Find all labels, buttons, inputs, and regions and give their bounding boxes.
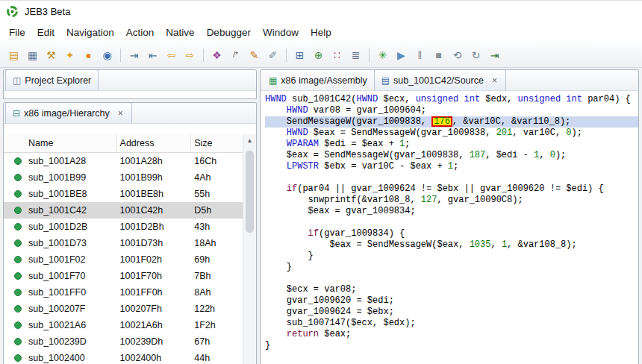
function-address: 10021A6h	[117, 320, 192, 330]
refresh-icon[interactable]: ↻	[467, 46, 484, 63]
cross-references-icon[interactable]: ❖	[208, 46, 225, 63]
function-size: 1F2h	[191, 320, 243, 330]
sort-icon[interactable]: ≣	[347, 46, 364, 63]
menu-native[interactable]: Native	[160, 25, 200, 40]
close-icon[interactable]: ×	[490, 75, 499, 86]
rename-icon[interactable]: ✎	[246, 46, 263, 63]
code-line[interactable]: $eax = gvar_1009834;	[265, 206, 638, 217]
function-row[interactable]: sub_1001C421001C42hD5h	[4, 202, 243, 219]
save-icon[interactable]: ▦	[24, 46, 41, 63]
code-line[interactable]: }	[265, 262, 638, 273]
function-row[interactable]: sub_100207F100207Fh122h	[4, 301, 243, 317]
tab-hierarchy[interactable]: ⊟ x86 image/Hierarchy ×	[5, 102, 132, 123]
function-size: 18Ah	[191, 238, 243, 248]
function-name: sub_1001B99	[28, 172, 86, 183]
source-code-view[interactable]: HWND sub_1001C42(HWND $ecx, unsigned int…	[261, 91, 638, 364]
code-line[interactable]: gvar_1009624 = $ebx;	[265, 307, 638, 318]
table-view-icon[interactable]: ⊞	[291, 46, 308, 63]
code-line[interactable]: WPARAM $edi = $eax + 1;	[265, 139, 638, 150]
function-icon	[14, 223, 22, 230]
edit-icon[interactable]: ✐	[264, 46, 281, 63]
menu-action[interactable]: Action	[120, 25, 160, 40]
function-address: 1001FF0h	[117, 287, 192, 298]
highlighted-constant[interactable]: 176	[431, 116, 452, 127]
wrench-icon[interactable]: ⚒	[43, 46, 60, 63]
function-row[interactable]: sub_1001D2B1001D2Bh43h	[4, 219, 243, 235]
editor-tab-row: ▦ x86 image/Assembly ▤ sub_1001C42/Sourc…	[261, 70, 638, 91]
function-address: 1001C42h	[117, 205, 192, 216]
code-line[interactable]: $eax = SendMessageW($eax, 1035, 1, &var1…	[265, 239, 638, 251]
toolbar-separator	[286, 48, 287, 62]
menu-help[interactable]: Help	[305, 25, 337, 40]
code-line[interactable]: sub_1007147($ecx, $edx);	[265, 318, 638, 329]
jump-back-icon[interactable]: ⇤	[144, 46, 161, 63]
close-icon[interactable]: ×	[116, 108, 125, 119]
menu-navigation[interactable]: Navigation	[60, 25, 120, 40]
run-icon[interactable]: ▶	[393, 46, 410, 63]
function-row[interactable]: sub_1001D731001D73h18Ah	[4, 235, 243, 251]
function-address: 1001A28h	[117, 156, 192, 166]
function-row[interactable]: sub_10024001002400h44h	[4, 350, 243, 364]
pause-icon[interactable]: ‖	[411, 46, 428, 63]
function-row[interactable]: sub_1001FF01001FF0h8Ah	[4, 284, 243, 301]
column-header-size[interactable]: Size	[191, 134, 243, 152]
code-line[interactable]: $eax = SendMessageW(gvar_1009838, 187, $…	[265, 150, 638, 161]
function-name: sub_10021A6	[28, 320, 86, 330]
code-line[interactable]: HWND var08 = gvar_1009604;	[265, 105, 638, 116]
function-size: D5h	[191, 205, 243, 216]
globe-icon[interactable]: ◉	[99, 46, 116, 63]
key-icon[interactable]: ✦	[61, 46, 78, 63]
jeb-logo-icon	[6, 5, 19, 18]
code-area: HWND sub_1001C42(HWND $ecx, unsigned int…	[265, 94, 638, 351]
function-row[interactable]: sub_1001F021001F02h69h	[4, 251, 243, 268]
code-line[interactable]	[265, 217, 638, 228]
code-line[interactable]: }	[265, 340, 638, 351]
column-header-address[interactable]: Address	[117, 134, 192, 152]
code-line[interactable]: gvar_1009620 = $edi;	[265, 295, 638, 307]
tab-assembly[interactable]: ▦ x86 image/Assembly	[262, 71, 374, 90]
function-row[interactable]: sub_10021A610021A6h1F2h	[4, 317, 243, 333]
comment-icon[interactable]: /*	[227, 46, 244, 63]
code-line[interactable]: if(par04 || gvar_1009624 != $ebx || gvar…	[265, 183, 638, 195]
function-row[interactable]: sub_100239D100239Dh67h	[4, 333, 243, 350]
function-name: sub_1001BE8	[28, 189, 87, 199]
function-row[interactable]: sub_1001BE81001BE8h55h	[4, 186, 243, 202]
code-line[interactable]	[265, 273, 638, 284]
project-explorer-panel: ◫ Project Explorer	[3, 69, 257, 99]
menu-edit[interactable]: Edit	[31, 25, 60, 40]
scroll-up-icon[interactable]: ▲	[247, 134, 253, 148]
project-explorer-tab-row: ◫ Project Explorer	[4, 70, 256, 91]
menu-window[interactable]: Window	[257, 25, 305, 40]
code-line[interactable]: return $eax;	[265, 329, 638, 340]
alert-icon[interactable]: ●	[80, 46, 97, 63]
code-line[interactable]: LPWSTR $ebx = var10C - $eax + 1;	[265, 161, 638, 172]
navigate-forward-icon[interactable]: ⇨	[181, 46, 199, 63]
stop-icon[interactable]: ■	[430, 46, 447, 63]
scrollbar-thumb[interactable]	[246, 151, 254, 233]
code-line[interactable]: }	[265, 251, 638, 262]
tab-source[interactable]: ▤ sub_1001C42/Source ×	[374, 69, 506, 90]
code-line[interactable]: $ecx = var08;	[265, 284, 638, 295]
tab-project-explorer[interactable]: ◫ Project Explorer	[5, 69, 99, 90]
add-view-icon[interactable]: ⊕	[310, 46, 327, 63]
menu-debugger[interactable]: Debugger	[201, 25, 257, 40]
hierarchy-scrollbar[interactable]: ▲	[243, 134, 256, 364]
step-into-icon[interactable]: ⇥	[486, 46, 503, 63]
code-line[interactable]: if(gvar_1009834) {	[265, 228, 638, 239]
restart-icon[interactable]: ⟲	[449, 46, 466, 63]
menu-file[interactable]: File	[3, 25, 31, 40]
column-header-name[interactable]: Name	[4, 134, 117, 152]
breakpoints-icon[interactable]: ∷	[328, 46, 346, 63]
code-line[interactable]	[265, 172, 638, 183]
code-line[interactable]: snwprintf(&var108_8, 127, gvar_10090C8);	[265, 195, 638, 206]
code-line[interactable]: HWND sub_1001C42(HWND $ecx, unsigned int…	[265, 94, 638, 105]
code-line[interactable]: SendMessageW(gvar_1009838, 176, &var10C,…	[265, 116, 638, 128]
function-row[interactable]: sub_1001A281001A28h16Ch	[4, 153, 243, 169]
open-file-icon[interactable]: ▤	[5, 46, 22, 63]
function-row[interactable]: sub_1001B991001B99h4Ah	[4, 169, 243, 186]
function-row[interactable]: sub_1001F701001F70h7Bh	[4, 268, 243, 284]
goto-address-icon[interactable]: ⇥	[125, 46, 143, 63]
code-line[interactable]: HWND $eax = SendMessageW(gvar_1009838, 2…	[265, 128, 638, 139]
debugger-attach-icon[interactable]: ✳	[374, 46, 391, 63]
navigate-back-icon[interactable]: ⇦	[163, 46, 180, 63]
